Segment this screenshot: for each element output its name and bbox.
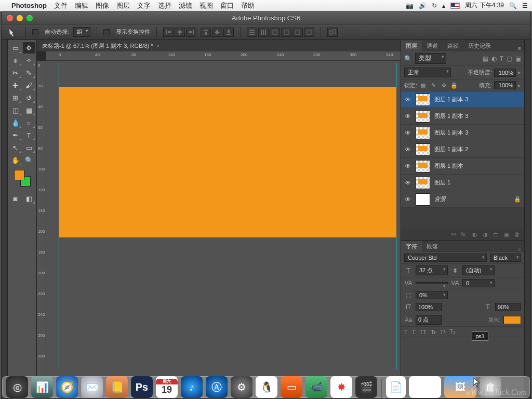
layer-name[interactable]: 图层 1 副本: [434, 162, 521, 170]
layer-name[interactable]: 背景: [434, 195, 510, 203]
font-family-dropdown[interactable]: Cooper Std: [404, 254, 487, 262]
layer-thumb[interactable]: [416, 110, 430, 123]
stamp-tool[interactable]: ⊞: [9, 92, 22, 103]
type-style-btn[interactable]: T: [412, 329, 416, 335]
panel-menu-icon[interactable]: ≡: [515, 45, 524, 51]
visibility-icon[interactable]: 👁: [404, 96, 411, 103]
dock-activity[interactable]: 📊: [31, 376, 53, 398]
align-btn[interactable]: [163, 28, 174, 37]
dock-imovie[interactable]: 🎬: [355, 376, 377, 398]
layer-name[interactable]: 图层 1 副本 2: [434, 145, 521, 153]
hscale-input[interactable]: 90%: [495, 303, 521, 311]
opacity-scrub-icon[interactable]: ▸: [518, 69, 521, 76]
spotlight-icon[interactable]: 🔍: [509, 2, 517, 9]
tab-paragraph[interactable]: 段落: [422, 241, 443, 252]
dist-btn[interactable]: [247, 28, 257, 37]
layer-row[interactable]: 👁图层 1 副本 3: [401, 108, 524, 125]
volume-icon[interactable]: 🔊: [419, 2, 427, 9]
right-collapse-strip[interactable]: [524, 40, 530, 398]
canvas-stage[interactable]: [46, 61, 401, 398]
history-brush-tool[interactable]: ↺: [23, 92, 35, 103]
eyedropper-tool[interactable]: ✎: [23, 67, 35, 78]
hand-tool[interactable]: ✋: [9, 154, 22, 166]
lock-pixels-icon[interactable]: ✎: [430, 82, 437, 89]
layer-thumb[interactable]: [416, 127, 430, 139]
dock-mail[interactable]: ✉️: [81, 376, 103, 398]
ruler-vertical[interactable]: 020406080100120140160180200220240260280: [37, 61, 46, 398]
ruler-horizontal[interactable]: 04080120160200240280320340: [46, 51, 401, 61]
left-collapse-strip[interactable]: [2, 40, 8, 398]
dock-settings[interactable]: ⚙: [231, 376, 252, 398]
layer-row[interactable]: 👁图层 1 副本: [401, 158, 524, 175]
kerning-input[interactable]: [416, 282, 448, 284]
lock-position-icon[interactable]: ✥: [440, 82, 447, 89]
align-btn[interactable]: [201, 28, 211, 37]
dock-contacts[interactable]: 📒: [106, 376, 128, 398]
layer-row[interactable]: 👁图层 1 副本 3: [401, 91, 524, 108]
marquee-tool[interactable]: ▭: [9, 42, 22, 54]
visibility-icon[interactable]: 👁: [404, 146, 411, 153]
layer-thumb[interactable]: [416, 160, 430, 172]
color-pct-input[interactable]: 0%: [416, 291, 448, 299]
pen-tool[interactable]: ✒: [9, 129, 22, 141]
layer-name[interactable]: 图层 1: [434, 179, 521, 187]
auto-select-checkbox[interactable]: [32, 29, 38, 35]
font-size-input[interactable]: 32 点: [416, 265, 448, 275]
blur-tool[interactable]: 💧: [9, 117, 22, 128]
menu-image[interactable]: 图像: [96, 1, 109, 10]
panel-menu-icon[interactable]: ≡: [515, 246, 524, 252]
filter-pixel-icon[interactable]: ▦: [483, 55, 488, 62]
layer-mask-icon[interactable]: ◐: [472, 231, 477, 238]
filter-type-icon[interactable]: T: [500, 55, 503, 62]
layer-name[interactable]: 图层 1 副本 3: [434, 129, 521, 137]
filter-adjust-icon[interactable]: ◐: [491, 55, 497, 62]
tab-layers[interactable]: 图层: [401, 41, 422, 51]
notification-icon[interactable]: ☰: [522, 2, 528, 9]
fill-input[interactable]: 100%: [494, 81, 516, 89]
menu-filter[interactable]: 滤镜: [179, 1, 192, 10]
input-flag-icon[interactable]: [450, 3, 460, 9]
vscale-input[interactable]: 100%: [416, 303, 442, 311]
align-btn[interactable]: [175, 28, 185, 37]
link-layers-icon[interactable]: ⚯: [451, 231, 456, 238]
font-style-dropdown[interactable]: Black: [490, 254, 521, 262]
dock-itunes[interactable]: ♪: [181, 376, 203, 398]
gradient-tool[interactable]: ▦: [23, 104, 35, 116]
text-color-swatch[interactable]: [503, 316, 521, 324]
dist-btn[interactable]: [270, 28, 280, 37]
adjustment-layer-icon[interactable]: ◑: [483, 231, 488, 238]
artboard[interactable]: [59, 63, 396, 369]
dist-btn[interactable]: [258, 28, 269, 37]
layer-thumb[interactable]: [416, 94, 430, 106]
menu-type[interactable]: 文字: [137, 1, 151, 10]
visibility-icon[interactable]: 👁: [404, 163, 411, 170]
app-name[interactable]: Photoshop: [11, 2, 47, 9]
path-tool[interactable]: ↖: [9, 142, 22, 153]
move-tool[interactable]: ✥: [23, 42, 35, 54]
heal-tool[interactable]: ✚: [9, 79, 22, 91]
dock-document[interactable]: 📄: [386, 376, 406, 398]
visibility-icon[interactable]: 👁: [404, 129, 411, 137]
sync-icon[interactable]: ↻: [432, 2, 437, 9]
filter-smart-icon[interactable]: ▣: [515, 55, 521, 62]
quickmask-tool[interactable]: ◙: [9, 193, 22, 204]
menu-window[interactable]: 窗口: [220, 1, 234, 10]
align-btn[interactable]: [186, 28, 196, 37]
lock-all-icon[interactable]: 🔒: [450, 82, 458, 89]
layer-name[interactable]: 图层 1 副本 3: [434, 112, 521, 120]
tab-channels[interactable]: 通道: [422, 41, 443, 51]
menu-edit[interactable]: 编辑: [75, 1, 88, 10]
layer-thumb[interactable]: [416, 193, 430, 206]
layer-group-icon[interactable]: 🗀: [493, 231, 499, 237]
blend-mode-dropdown[interactable]: 正常: [404, 68, 451, 77]
dist-btn[interactable]: [304, 28, 314, 37]
opacity-input[interactable]: 100%: [494, 69, 516, 77]
baseline-input[interactable]: 0 点: [416, 315, 442, 325]
3d-mode-btn[interactable]: [327, 28, 338, 37]
filter-shape-icon[interactable]: ▢: [507, 55, 512, 62]
menu-select[interactable]: 选择: [158, 1, 171, 10]
brush-tool[interactable]: 🖌: [23, 79, 35, 91]
type-style-btn[interactable]: Tr: [431, 329, 436, 335]
type-tool[interactable]: T: [23, 129, 35, 141]
layer-row[interactable]: 👁图层 1 副本 2: [401, 141, 524, 158]
